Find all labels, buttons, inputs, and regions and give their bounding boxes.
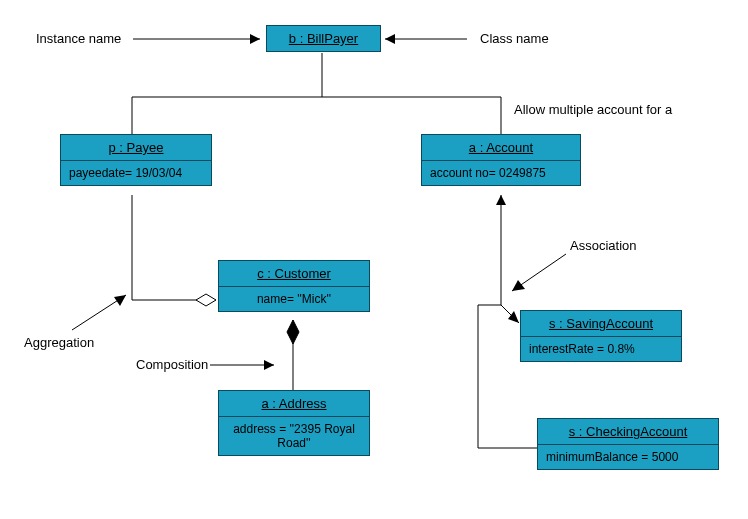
customer-header: c : Customer <box>257 266 331 281</box>
class-name-label: Class name <box>480 31 549 46</box>
saving-attr: interestRate = 0.8% <box>521 337 681 361</box>
svg-marker-12 <box>114 295 126 306</box>
uml-object-diagram: Instance name Class name Allow multiple … <box>0 0 748 519</box>
svg-marker-3 <box>385 34 395 44</box>
svg-marker-16 <box>264 360 274 370</box>
association-label: Association <box>570 238 636 253</box>
aggregation-label: Aggregation <box>24 335 94 350</box>
object-account: a : Account account no= 0249875 <box>421 134 581 186</box>
composition-label: Composition <box>136 357 208 372</box>
svg-marker-10 <box>196 294 216 306</box>
object-address: a : Address address = ''2395 Royal Road'… <box>218 390 370 456</box>
svg-marker-25 <box>512 280 525 291</box>
payee-header: p : Payee <box>109 140 164 155</box>
svg-marker-18 <box>496 195 506 205</box>
account-attr: account no= 0249875 <box>422 161 580 185</box>
checking-attr: minimumBalance = 5000 <box>538 445 718 469</box>
address-header: a : Address <box>261 396 326 411</box>
customer-attr: name= ''Mick'' <box>219 287 369 311</box>
checking-header: s : CheckingAccount <box>569 424 688 439</box>
svg-marker-14 <box>287 320 299 344</box>
object-billpayer: b : BillPayer <box>266 25 381 52</box>
object-saving: s : SavingAccount interestRate = 0.8% <box>520 310 682 362</box>
payee-attr: payeedate= 19/03/04 <box>61 161 211 185</box>
saving-header: s : SavingAccount <box>549 316 653 331</box>
svg-line-11 <box>72 295 126 330</box>
object-customer: c : Customer name= ''Mick'' <box>218 260 370 312</box>
account-header: a : Account <box>469 140 533 155</box>
object-payee: p : Payee payeedate= 19/03/04 <box>60 134 212 186</box>
svg-line-24 <box>512 254 566 291</box>
svg-marker-1 <box>250 34 260 44</box>
allow-multiple-label: Allow multiple account for a <box>514 102 672 117</box>
billpayer-header: b : BillPayer <box>289 31 358 46</box>
svg-line-22 <box>501 305 519 323</box>
svg-marker-23 <box>508 311 519 323</box>
address-attr: address = ''2395 Royal Road'' <box>219 417 369 455</box>
object-checking: s : CheckingAccount minimumBalance = 500… <box>537 418 719 470</box>
instance-name-label: Instance name <box>36 31 121 46</box>
